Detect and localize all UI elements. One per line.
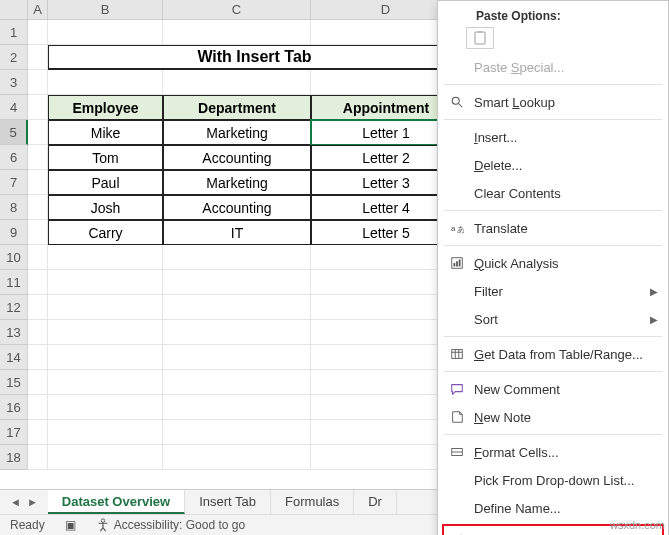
table-cell[interactable]: IT bbox=[163, 220, 311, 245]
svg-rect-10 bbox=[459, 260, 461, 267]
table-cell[interactable]: Accounting bbox=[163, 195, 311, 220]
table-cell[interactable]: Marketing bbox=[163, 120, 311, 145]
sheet-tab-dataset-overview[interactable]: Dataset Overview bbox=[48, 490, 185, 514]
svg-text:a: a bbox=[451, 224, 456, 233]
row-head[interactable]: 13 bbox=[0, 320, 28, 345]
cm-sort[interactable]: Sort ▶ bbox=[438, 305, 668, 333]
row-head[interactable]: 3 bbox=[0, 70, 28, 95]
cm-clear-contents[interactable]: Clear Contents bbox=[438, 179, 668, 207]
row-head[interactable]: 7 bbox=[0, 170, 28, 195]
cm-translate[interactable]: aあ Translate bbox=[438, 214, 668, 242]
watermark: wsxdn.com bbox=[610, 519, 665, 531]
cm-filter[interactable]: Filter ▶ bbox=[438, 277, 668, 305]
cm-format-cells[interactable]: Format Cells... bbox=[438, 438, 668, 466]
quick-analysis-icon bbox=[446, 256, 468, 270]
row-head[interactable]: 14 bbox=[0, 345, 28, 370]
table-cell[interactable]: Tom bbox=[48, 145, 163, 170]
row-head[interactable]: 10 bbox=[0, 245, 28, 270]
svg-rect-8 bbox=[454, 263, 456, 267]
cm-paste-special: Paste Special... bbox=[438, 53, 668, 81]
chevron-right-icon: ▶ bbox=[650, 286, 658, 297]
svg-rect-2 bbox=[478, 31, 482, 33]
row-head[interactable]: 2 bbox=[0, 45, 28, 70]
svg-point-0 bbox=[101, 519, 105, 523]
table-header[interactable]: Department bbox=[163, 95, 311, 120]
row-head[interactable]: 12 bbox=[0, 295, 28, 320]
table-header[interactable]: Employee bbox=[48, 95, 163, 120]
cm-smart-lookup[interactable]: Smart Lookup bbox=[438, 88, 668, 116]
cm-quick-analysis[interactable]: Quick Analysis bbox=[438, 249, 668, 277]
title-cell[interactable]: With Insert Tab bbox=[48, 45, 461, 70]
search-icon bbox=[446, 95, 468, 109]
row-head[interactable]: 11 bbox=[0, 270, 28, 295]
tab-nav-prev-icon[interactable]: ◄ bbox=[10, 496, 21, 508]
row-head[interactable]: 18 bbox=[0, 445, 28, 470]
table-cell[interactable]: Josh bbox=[48, 195, 163, 220]
sheet-tab-dr[interactable]: Dr bbox=[354, 490, 397, 514]
cm-new-comment[interactable]: New Comment bbox=[438, 375, 668, 403]
status-ready: Ready bbox=[10, 518, 45, 532]
row-head[interactable]: 4 bbox=[0, 95, 28, 120]
svg-text:あ: あ bbox=[457, 225, 464, 234]
translate-icon: aあ bbox=[446, 221, 468, 235]
sheet-tab-formulas[interactable]: Formulas bbox=[271, 490, 354, 514]
svg-rect-1 bbox=[475, 32, 485, 44]
chevron-right-icon: ▶ bbox=[650, 314, 658, 325]
status-record-icon[interactable]: ▣ bbox=[65, 518, 76, 532]
row-head[interactable]: 16 bbox=[0, 395, 28, 420]
svg-point-3 bbox=[452, 97, 459, 104]
row-head[interactable]: 6 bbox=[0, 145, 28, 170]
svg-line-4 bbox=[459, 104, 463, 108]
svg-rect-9 bbox=[456, 261, 458, 266]
sheet-tab-insert-tab[interactable]: Insert Tab bbox=[185, 490, 271, 514]
col-head-c[interactable]: C bbox=[163, 0, 311, 19]
note-icon bbox=[446, 410, 468, 424]
row-head[interactable]: 5 bbox=[0, 120, 28, 145]
cm-insert[interactable]: Insert... bbox=[438, 123, 668, 151]
paste-clipboard-icon[interactable] bbox=[466, 27, 494, 49]
col-head-a[interactable]: A bbox=[28, 0, 48, 19]
table-icon bbox=[446, 347, 468, 361]
col-head-b[interactable]: B bbox=[48, 0, 163, 19]
svg-rect-11 bbox=[452, 350, 463, 359]
format-cells-icon bbox=[446, 445, 468, 459]
table-cell[interactable]: Accounting bbox=[163, 145, 311, 170]
select-all-triangle[interactable] bbox=[0, 0, 28, 19]
context-menu: Paste Options: Paste Special... Smart Lo… bbox=[437, 0, 669, 535]
cm-delete[interactable]: Delete... bbox=[438, 151, 668, 179]
row-head[interactable]: 15 bbox=[0, 370, 28, 395]
cm-paste-options-label: Paste Options: bbox=[438, 5, 668, 25]
row-head[interactable]: 9 bbox=[0, 220, 28, 245]
table-cell[interactable]: Marketing bbox=[163, 170, 311, 195]
row-head[interactable]: 8 bbox=[0, 195, 28, 220]
cm-pick-from-list[interactable]: Pick From Drop-down List... bbox=[438, 466, 668, 494]
table-cell[interactable]: Carry bbox=[48, 220, 163, 245]
table-cell[interactable]: Mike bbox=[48, 120, 163, 145]
row-headers: 1 2 3 4 5 6 7 8 9 10 11 12 13 14 15 16 1… bbox=[0, 20, 28, 470]
comment-icon bbox=[446, 382, 468, 396]
row-head[interactable]: 1 bbox=[0, 20, 28, 45]
tab-nav-next-icon[interactable]: ► bbox=[27, 496, 38, 508]
accessibility-icon bbox=[96, 518, 110, 532]
cm-define-name[interactable]: Define Name... bbox=[438, 494, 668, 522]
accessibility-text: Accessibility: Good to go bbox=[114, 518, 245, 532]
cm-new-note[interactable]: New Note bbox=[438, 403, 668, 431]
table-cell[interactable]: Paul bbox=[48, 170, 163, 195]
row-head[interactable]: 17 bbox=[0, 420, 28, 445]
link-icon bbox=[448, 532, 470, 536]
cm-get-data[interactable]: Get Data from Table/Range... bbox=[438, 340, 668, 368]
